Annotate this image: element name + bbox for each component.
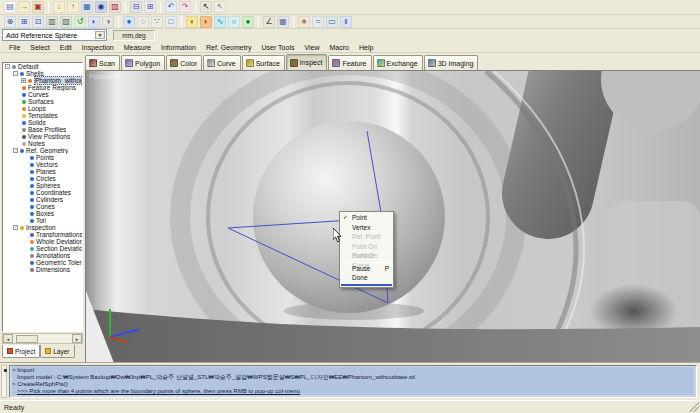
- tree-item-spheres[interactable]: Spheres: [3, 182, 82, 189]
- menu-information[interactable]: Information: [156, 44, 201, 51]
- view-iso-icon[interactable]: ▧: [60, 16, 72, 28]
- scroll-left-icon[interactable]: ◂: [3, 334, 13, 343]
- split-window-icon[interactable]: □: [165, 16, 177, 28]
- menu-view[interactable]: View: [299, 44, 324, 51]
- context-menu-item-done[interactable]: Done: [341, 273, 392, 283]
- image-icon[interactable]: ▦: [81, 1, 93, 13]
- open-file-icon[interactable]: →: [18, 1, 30, 13]
- tree-item-default[interactable]: -Default: [3, 63, 82, 70]
- tab-feature[interactable]: Feature: [328, 55, 371, 70]
- export-icon[interactable]: ↑: [67, 1, 79, 13]
- menu-user-tools[interactable]: User Tools: [257, 44, 300, 51]
- select-region-yellow-icon[interactable]: ◖: [186, 16, 198, 28]
- mesh-grid-icon[interactable]: ▦: [277, 16, 289, 28]
- view-orient-icon[interactable]: ▥: [46, 16, 58, 28]
- context-menu-item-vertex[interactable]: Vertex: [341, 223, 392, 233]
- sphere-tool-icon[interactable]: ●: [242, 16, 254, 28]
- scroll-right-icon[interactable]: ▸: [72, 334, 82, 343]
- console-gutter[interactable]: [1, 365, 7, 398]
- tree-horizontal-scrollbar[interactable]: ◂ ▸: [2, 333, 83, 344]
- measure-angle-icon[interactable]: ∠: [263, 16, 275, 28]
- tree-item-whole-deviations[interactable]: Whole Deviations: [3, 238, 82, 245]
- tab-exchange[interactable]: Exchange: [373, 55, 423, 70]
- tree-item-points[interactable]: Points: [3, 154, 82, 161]
- pointcloud-mode-icon[interactable]: ∵: [151, 16, 163, 28]
- ruler-icon[interactable]: ‖: [340, 16, 352, 28]
- tree-item-geometric-tolerances[interactable]: Geometric Tolerances: [3, 259, 82, 266]
- undo-icon[interactable]: ↶: [165, 1, 177, 13]
- export-scene-icon[interactable]: ▭: [326, 16, 338, 28]
- tab-3d-imaging[interactable]: 3D Imaging: [424, 55, 479, 70]
- menu-inspection[interactable]: Inspection: [77, 44, 119, 51]
- tree-item-coordinates[interactable]: Coordinates: [3, 189, 82, 196]
- new-document-icon[interactable]: ▤: [4, 1, 16, 13]
- print-preview-icon[interactable]: ⊞: [144, 1, 156, 13]
- pick-arrow-icon[interactable]: ↖: [214, 1, 226, 13]
- menu-measure[interactable]: Measure: [119, 44, 156, 51]
- context-menu-item-pause[interactable]: PauseP: [341, 264, 392, 274]
- collapse-icon[interactable]: -: [13, 148, 18, 153]
- menu-edit[interactable]: Edit: [55, 44, 77, 51]
- tree-item-view-positions[interactable]: View Positions: [3, 133, 82, 140]
- zoom-window-icon[interactable]: ⊞: [18, 16, 30, 28]
- menu-file[interactable]: File: [4, 44, 25, 51]
- tree-item-planes[interactable]: Planes: [3, 168, 82, 175]
- tree-item-vectors[interactable]: Vectors: [3, 161, 82, 168]
- menu-help[interactable]: Help: [354, 44, 378, 51]
- select-arrow-icon[interactable]: ↖: [200, 1, 212, 13]
- panel-tab-layer[interactable]: Layer: [40, 345, 74, 358]
- collapse-icon[interactable]: -: [13, 225, 18, 230]
- menu-select[interactable]: Select: [25, 44, 54, 51]
- tree-item-dimensions[interactable]: Dimensions: [3, 266, 82, 273]
- chevron-down-icon[interactable]: ▼: [95, 31, 105, 39]
- tree-item-section-deviations[interactable]: Section Deviations: [3, 245, 82, 252]
- tab-surface[interactable]: Surface: [242, 55, 285, 70]
- tree-item-base-profiles[interactable]: Base Profiles: [3, 126, 82, 133]
- command-combobox[interactable]: Add Reference Sphere ▼: [2, 29, 107, 41]
- save-icon[interactable]: ▣: [32, 1, 44, 13]
- snapshot-icon[interactable]: ▨: [109, 1, 121, 13]
- import-icon[interactable]: ↓: [53, 1, 65, 13]
- collapse-icon[interactable]: -: [5, 64, 10, 69]
- zoom-icon[interactable]: ⊕: [4, 16, 16, 28]
- splitter-grip-icon[interactable]: [4, 369, 7, 372]
- tab-inspect[interactable]: Inspect: [286, 54, 328, 70]
- tree-item-boxes[interactable]: Boxes: [3, 210, 82, 217]
- tree-item-cylinders[interactable]: Cylinders: [3, 196, 82, 203]
- menu-ref-geometry[interactable]: Ref. Geometry: [201, 44, 257, 51]
- context-menu-item-point[interactable]: ✓Point: [341, 213, 392, 223]
- cloud-tool-icon[interactable]: ≈: [312, 16, 324, 28]
- collapse-icon[interactable]: -: [13, 71, 18, 76]
- shaded-mode-icon[interactable]: ●: [123, 16, 135, 28]
- select-lasso-icon[interactable]: ∿: [214, 16, 226, 28]
- tree-item-phantom-withoutbas[interactable]: +Phantom_withoutbas: [3, 77, 82, 84]
- tree-item-loops[interactable]: Loops: [3, 105, 82, 112]
- tree-item-notes[interactable]: Notes: [3, 140, 82, 147]
- plugin-icon[interactable]: ∗: [298, 16, 310, 28]
- redo-icon[interactable]: ↷: [179, 1, 191, 13]
- tab-color[interactable]: Color: [166, 55, 202, 70]
- menu-macro[interactable]: Macro: [325, 44, 354, 51]
- tree-item-feature-regions[interactable]: Feature Regions: [3, 84, 82, 91]
- print-icon[interactable]: ⊟: [130, 1, 142, 13]
- tree-item-annotations[interactable]: Annotations: [3, 252, 82, 259]
- console-output[interactable]: > ImportImport model : C:₩System Backup₩…: [9, 365, 697, 398]
- render-textured-icon[interactable]: ◑: [102, 16, 114, 28]
- tree-item-inspection[interactable]: -Inspection: [3, 224, 82, 231]
- tree-item-cones[interactable]: Cones: [3, 203, 82, 210]
- tree-item-solids[interactable]: Solids: [3, 119, 82, 126]
- refresh-view-icon[interactable]: ↺: [74, 16, 86, 28]
- zoom-fit-icon[interactable]: ⊡: [32, 16, 44, 28]
- panel-tab-project[interactable]: Project: [2, 345, 40, 358]
- tree-item-curves[interactable]: Curves: [3, 91, 82, 98]
- tree-item-transformations[interactable]: Transformations: [3, 231, 82, 238]
- tab-polygon[interactable]: Polygon: [121, 55, 165, 70]
- select-region-orange-icon[interactable]: ◗: [200, 16, 212, 28]
- expand-icon[interactable]: +: [21, 78, 26, 83]
- tree-item-surfaces[interactable]: Surfaces: [3, 98, 82, 105]
- tree-item-templates[interactable]: Templates: [3, 112, 82, 119]
- render-smooth-icon[interactable]: ◐: [88, 16, 100, 28]
- tab-curve[interactable]: Curve: [203, 55, 241, 70]
- tree-item-ref-geometry[interactable]: -Ref. Geometry: [3, 147, 82, 154]
- camera-icon[interactable]: ◉: [95, 1, 107, 13]
